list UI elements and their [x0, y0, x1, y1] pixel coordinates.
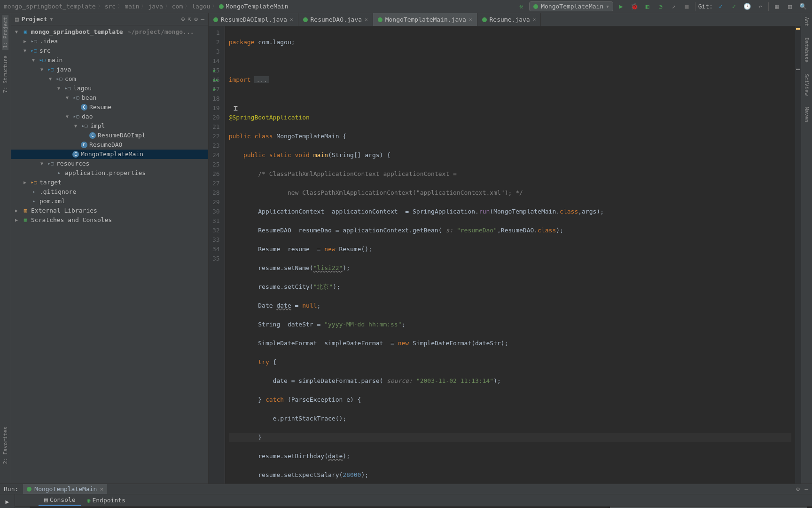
- stop-button[interactable]: ■: [682, 1, 692, 12]
- editor-tab[interactable]: Resume.java ×: [477, 13, 541, 26]
- gutter-line[interactable]: 3: [212, 47, 220, 56]
- breadcrumb-item[interactable]: mongo_springboot_template: [4, 3, 96, 10]
- tree-scratches[interactable]: ▶ ▦ Scratches and Consoles: [11, 215, 208, 225]
- tree-item[interactable]: CResume: [11, 103, 208, 112]
- breadcrumb-item[interactable]: MongoTemplateMain: [226, 3, 288, 10]
- tree-item[interactable]: CMongoTemplateMain: [11, 150, 208, 159]
- tree-item[interactable]: ▸pom.xml: [11, 197, 208, 206]
- run-gutter-icon[interactable]: ▶▶: [213, 75, 219, 85]
- rerun-button[interactable]: ▶: [2, 496, 13, 507]
- hide-icon[interactable]: —: [804, 485, 808, 492]
- gutter-line[interactable]: 31: [212, 216, 220, 226]
- run-tab-config[interactable]: MongoTemplateMain ×: [23, 484, 107, 494]
- collapse-icon[interactable]: ⇱: [188, 16, 192, 23]
- tree-item[interactable]: ▼▸▢impl: [11, 121, 208, 131]
- editor-tab[interactable]: ResumeDAO.java ×: [298, 13, 373, 26]
- tree-item[interactable]: ▼▸▢dao: [11, 112, 208, 121]
- gutter-line[interactable]: 30: [212, 207, 220, 216]
- locate-icon[interactable]: ⊕: [181, 16, 185, 23]
- gutter-line[interactable]: 19: [212, 103, 220, 113]
- tree-arrow-icon[interactable]: ▼: [30, 56, 37, 65]
- tree-arrow-icon[interactable]: ▼: [39, 159, 45, 168]
- tree-root[interactable]: ▼ ▣ mongo_springboot_template ~/project/…: [11, 27, 208, 37]
- tree-item[interactable]: ▼▸▢java: [11, 65, 208, 74]
- git-history-button[interactable]: 🕓: [742, 1, 752, 12]
- tree-arrow-icon[interactable]: ▼: [64, 112, 70, 121]
- breadcrumb-item[interactable]: main: [125, 3, 139, 10]
- tree-arrow-icon[interactable]: ▶: [22, 178, 28, 187]
- breadcrumb-item[interactable]: lagou: [192, 3, 210, 10]
- tool-tab-maven[interactable]: Maven: [804, 105, 810, 124]
- run-tab-endpoints[interactable]: ◉ Endpoints: [81, 494, 131, 506]
- close-icon[interactable]: ×: [365, 16, 368, 23]
- tree-item[interactable]: ▶▸▢.idea: [11, 37, 208, 46]
- git-update-button[interactable]: ✓: [716, 1, 726, 12]
- close-icon[interactable]: ×: [533, 16, 536, 23]
- tree-arrow-icon[interactable]: ▼: [39, 65, 45, 74]
- run-gutter-icon[interactable]: ▶: [213, 66, 216, 75]
- gutter-line[interactable]: 24: [212, 151, 220, 160]
- tree-arrow-icon[interactable]: ▼: [22, 46, 28, 56]
- editor-tab[interactable]: ResumeDAOImpl.java ×: [209, 13, 298, 26]
- tree-item[interactable]: ▸.gitignore: [11, 187, 208, 197]
- gutter-line[interactable]: 14: [212, 56, 220, 66]
- gutter-line[interactable]: 25: [212, 160, 220, 169]
- gutter-line[interactable]: 27: [212, 179, 220, 188]
- tree-arrow-icon[interactable]: ▼: [13, 27, 20, 37]
- tree-arrow-icon[interactable]: ▶: [13, 215, 20, 225]
- gutter-line[interactable]: ▶▶16: [212, 75, 220, 85]
- tool-tab-structure[interactable]: 7: Structure: [2, 54, 8, 95]
- marker-stripe[interactable]: [795, 26, 801, 484]
- gutter-line[interactable]: 29: [212, 198, 220, 207]
- run-config-selector[interactable]: MongoTemplateMain ▼: [529, 1, 613, 11]
- hammer-icon[interactable]: ⚒: [516, 1, 526, 12]
- breadcrumb-item[interactable]: src: [105, 3, 116, 10]
- project-panel-title[interactable]: Project: [22, 16, 47, 23]
- gutter-line[interactable]: ▶15: [212, 66, 220, 75]
- gutter-line[interactable]: 33: [212, 235, 220, 245]
- gutter-line[interactable]: 32: [212, 226, 220, 235]
- close-icon[interactable]: ×: [469, 16, 472, 23]
- editor-body[interactable]: 12314▶15▶▶16▶171819202122232425262728293…: [209, 26, 801, 484]
- gutter-line[interactable]: 23: [212, 141, 220, 151]
- gutter-line[interactable]: 35: [212, 254, 220, 263]
- tree-external-libs[interactable]: ▶ ▥ External Libraries: [11, 206, 208, 215]
- ide-update-button[interactable]: ▦: [772, 1, 782, 12]
- debug-button[interactable]: 🐞: [629, 1, 640, 12]
- code-area[interactable]: package com.lagou; import ... @SpringBoo…: [225, 26, 795, 484]
- gear-icon[interactable]: ⚙: [796, 485, 800, 492]
- tree-item[interactable]: ▶▸▢target: [11, 178, 208, 187]
- tree-item[interactable]: ▼▸▢src: [11, 46, 208, 56]
- gutter-line[interactable]: 18: [212, 94, 220, 103]
- gear-icon[interactable]: ⚙: [194, 16, 198, 23]
- profile-button[interactable]: ◔: [656, 1, 666, 12]
- tree-arrow-icon[interactable]: ▼: [47, 74, 54, 84]
- gutter-line[interactable]: 20: [212, 113, 220, 122]
- run-button[interactable]: ▶: [616, 1, 626, 12]
- tree-item[interactable]: ▼▸▢bean: [11, 93, 208, 103]
- chevron-down-icon[interactable]: ▼: [50, 17, 53, 22]
- coverage-button[interactable]: ◧: [642, 1, 653, 12]
- tree-item[interactable]: CResumeDAO: [11, 140, 208, 150]
- tool-tab-ant[interactable]: Ant: [804, 15, 810, 28]
- close-icon[interactable]: ×: [100, 485, 103, 492]
- editor-tab[interactable]: MongoTemplateMain.java ×: [373, 13, 477, 26]
- tree-item[interactable]: ▼▸▢lagou: [11, 84, 208, 93]
- gutter-line[interactable]: 1: [212, 28, 220, 38]
- gutter-line[interactable]: 2: [212, 38, 220, 47]
- tree-item[interactable]: ▼▸▢com: [11, 74, 208, 84]
- search-everywhere-button[interactable]: 🔍: [798, 1, 808, 12]
- ide-settings-button[interactable]: ▥: [785, 1, 795, 12]
- tool-tab-database[interactable]: Database: [804, 36, 810, 64]
- run-tab-console[interactable]: ▤ Console: [39, 494, 81, 506]
- run-gutter-icon[interactable]: ▶: [213, 85, 216, 94]
- editor-gutter[interactable]: 12314▶15▶▶16▶171819202122232425262728293…: [209, 26, 225, 484]
- git-commit-button[interactable]: ✓: [729, 1, 739, 12]
- tree-arrow-icon[interactable]: ▼: [72, 121, 79, 131]
- gutter-line[interactable]: 28: [212, 188, 220, 198]
- project-tree[interactable]: ▼ ▣ mongo_springboot_template ~/project/…: [11, 25, 208, 484]
- tree-arrow-icon[interactable]: ▼: [55, 84, 62, 93]
- hide-icon[interactable]: —: [201, 16, 204, 23]
- tree-arrow-icon[interactable]: ▶: [22, 37, 28, 46]
- gutter-line[interactable]: ▶17: [212, 85, 220, 94]
